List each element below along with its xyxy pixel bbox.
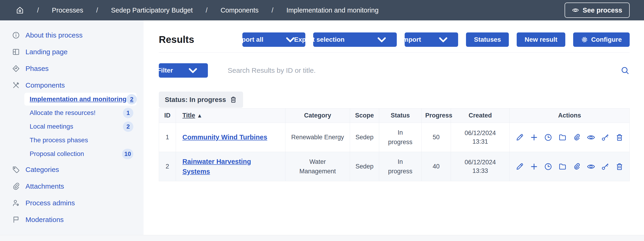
- sidebar-item-attachments[interactable]: Attachments: [12, 182, 144, 191]
- sidebar-item-label: Process admins: [26, 199, 75, 207]
- user-gear-icon: [12, 199, 20, 207]
- created-date: 06/12/2024: [455, 158, 506, 166]
- cell-created: 06/12/2024 13:31: [451, 123, 510, 152]
- new-result-label: New result: [524, 36, 558, 43]
- filter-button[interactable]: Filter: [159, 63, 208, 78]
- footer-band: [0, 235, 644, 241]
- edit-button[interactable]: [516, 162, 524, 171]
- folder-icon: [558, 162, 567, 171]
- count-badge: 2: [123, 121, 133, 132]
- statuses-label: Statuses: [474, 36, 501, 43]
- see-process-label: See process: [583, 7, 622, 14]
- sidebar-subitem-proposal-collection[interactable]: Proposal collection 10: [24, 147, 136, 160]
- history-button[interactable]: [544, 162, 552, 171]
- status-value: In progress: [388, 128, 413, 147]
- column-header-id: ID: [159, 108, 176, 123]
- configure-button[interactable]: Configure: [573, 33, 630, 47]
- results-toolbar: Export all Export selection Import Statu…: [242, 33, 630, 47]
- permissions-icon: [601, 162, 609, 171]
- sidebar-subitem-label: Proposal collection: [30, 150, 84, 158]
- filter-label: Filter: [157, 67, 173, 74]
- add-button[interactable]: [530, 133, 538, 142]
- import-button[interactable]: Import: [405, 33, 458, 47]
- history-icon: [544, 133, 552, 142]
- result-title-link[interactable]: Rainwater Harvesting Systems: [182, 158, 251, 175]
- sidebar-item-landing-page[interactable]: Landing page: [12, 47, 144, 57]
- sidebar-subitem-implementation-and-monitoring[interactable]: Implementation and monitoring 2: [24, 93, 136, 106]
- breadcrumb-item-current-component[interactable]: Implementation and monitoring: [286, 7, 378, 14]
- statuses-button[interactable]: Statuses: [466, 33, 509, 47]
- permissions-icon: [601, 133, 609, 142]
- sidebar-item-process-admins[interactable]: Process admins: [12, 198, 144, 208]
- folder-icon: [558, 133, 567, 142]
- breadcrumb-separator: /: [206, 7, 208, 14]
- cell-status: In progress: [379, 152, 422, 181]
- main-content: Results Export all Export selection Impo…: [144, 20, 644, 235]
- eye-icon: [572, 7, 579, 14]
- created-time: 13:33: [455, 167, 506, 175]
- breadcrumb-item-components[interactable]: Components: [220, 7, 258, 14]
- cell-id: 2: [159, 152, 176, 181]
- remove-filter-button[interactable]: [230, 96, 237, 103]
- sidebar-subitem-label: The process phases: [30, 136, 88, 144]
- cell-status: In progress: [379, 123, 422, 152]
- result-title-link[interactable]: Community Wind Turbines: [182, 133, 267, 141]
- attachments-button[interactable]: [572, 162, 581, 171]
- sidebar-item-label: Moderations: [26, 216, 64, 224]
- category-value: Water Management: [294, 157, 341, 176]
- permissions-button[interactable]: [601, 162, 609, 171]
- table-header-row: ID Title ▲ Category Scope Status Progres…: [159, 108, 630, 123]
- gear-icon: [581, 36, 588, 43]
- add-button[interactable]: [530, 162, 538, 171]
- delete-icon: [615, 133, 624, 142]
- cell-id: 1: [159, 123, 176, 152]
- cell-actions: [510, 152, 630, 181]
- breadcrumb-separator: /: [96, 7, 98, 14]
- breadcrumb-item-process[interactable]: Sedep Participatory Budget: [111, 7, 193, 14]
- layout-icon: [12, 48, 20, 56]
- category-value: Renewable Energy: [291, 134, 344, 141]
- folder-button[interactable]: [558, 133, 567, 142]
- column-header-title: Title ▲: [176, 108, 286, 123]
- export-selection-button[interactable]: Export selection: [313, 33, 397, 47]
- search-button[interactable]: [620, 66, 630, 75]
- active-filter-label: Status: In progress: [165, 96, 226, 104]
- sidebar-item-about-this-process[interactable]: About this process: [12, 31, 144, 40]
- history-button[interactable]: [544, 133, 552, 142]
- chevron-down-icon: [424, 33, 462, 47]
- add-icon: [530, 162, 538, 171]
- column-header-category: Category: [286, 108, 350, 123]
- search-input[interactable]: [228, 67, 616, 74]
- results-table: ID Title ▲ Category Scope Status Progres…: [159, 108, 630, 181]
- sidebar-subitem-local-meetings[interactable]: Local meetings 2: [24, 120, 136, 133]
- tag-icon: [12, 166, 20, 174]
- add-icon: [530, 133, 538, 142]
- count-badge: 10: [122, 149, 133, 159]
- new-result-button[interactable]: New result: [517, 33, 565, 47]
- folder-button[interactable]: [558, 162, 567, 171]
- see-process-button[interactable]: See process: [564, 3, 630, 18]
- sort-by-title-link[interactable]: Title ▲: [182, 112, 202, 119]
- sidebar-item-categories[interactable]: Categories: [12, 165, 144, 174]
- column-header-actions: Actions: [510, 108, 630, 123]
- sidebar-item-label: Components: [26, 81, 65, 89]
- edit-button[interactable]: [516, 133, 524, 142]
- delete-button[interactable]: [615, 133, 624, 142]
- permissions-button[interactable]: [601, 133, 609, 142]
- delete-icon: [615, 162, 624, 171]
- sidebar-subitem-allocate-the-resources[interactable]: Allocate the resources! 1: [24, 106, 136, 119]
- sidebar-subitem-the-process-phases[interactable]: The process phases: [24, 134, 136, 147]
- breadcrumb-home-link[interactable]: [16, 6, 24, 14]
- sidebar-item-phases[interactable]: Phases: [12, 64, 144, 73]
- preview-button[interactable]: [587, 162, 595, 171]
- sidebar-item-components[interactable]: Components: [12, 81, 144, 90]
- preview-button[interactable]: [587, 133, 595, 142]
- breadcrumb-item-processes[interactable]: Processes: [52, 7, 83, 14]
- search-icon: [620, 66, 630, 75]
- table-row: 2 Rainwater Harvesting Systems Water Man…: [159, 152, 630, 181]
- sidebar-subitem-label: Allocate the resources!: [30, 109, 96, 117]
- cell-scope: Sedep: [350, 152, 379, 181]
- delete-button[interactable]: [615, 162, 624, 171]
- attachments-button[interactable]: [572, 133, 581, 142]
- sidebar-item-moderations[interactable]: Moderations: [12, 215, 144, 224]
